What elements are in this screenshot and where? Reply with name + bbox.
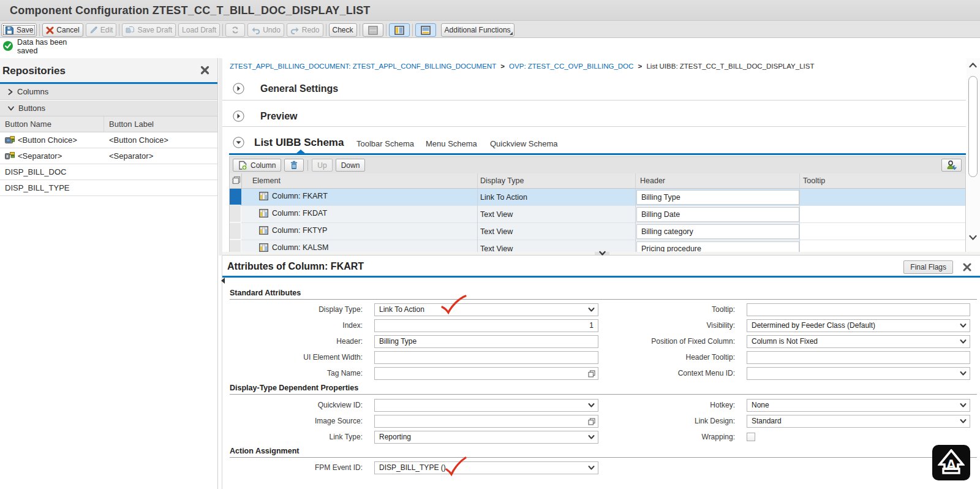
column-header-display-type[interactable]: Display Type bbox=[480, 176, 524, 185]
save-button[interactable]: Save bbox=[1, 23, 37, 37]
header-input[interactable]: Pricing procedure bbox=[636, 241, 799, 252]
index-input[interactable]: 1 bbox=[374, 319, 598, 332]
scrollbar-thumb[interactable] bbox=[968, 76, 978, 177]
repo-row-button-choice[interactable]: <Button Choice> <Button Choice> bbox=[0, 132, 217, 148]
undo-button[interactable]: Undo bbox=[247, 23, 284, 37]
layout-bottom-toggle[interactable] bbox=[415, 23, 436, 37]
repositories-close-icon[interactable] bbox=[200, 66, 209, 75]
breadcrumb-link-application[interactable]: ZTEST_APPL_BILLING_DOCUMENT: ZTEST_APPL_… bbox=[230, 63, 496, 70]
breadcrumb-current: List UIBB: ZTEST_CC_T_BILL_DOC_DISPLAY_L… bbox=[646, 63, 814, 70]
expand-preview-icon[interactable] bbox=[233, 110, 244, 122]
schema-row-fkart[interactable]: Column: FKART Link To Action Billing Typ… bbox=[230, 189, 965, 206]
additional-functions-button[interactable]: Additional Functions bbox=[441, 23, 514, 37]
row-selector[interactable] bbox=[230, 240, 241, 252]
tooltip-input[interactable] bbox=[800, 240, 966, 252]
tooltip-input[interactable] bbox=[800, 206, 966, 222]
scroll-up-icon[interactable] bbox=[969, 63, 977, 68]
value-help-icon[interactable] bbox=[588, 370, 595, 377]
save-icon bbox=[5, 26, 14, 35]
screenshot-extension-badge[interactable]: A bbox=[932, 445, 970, 480]
repo-row-separator[interactable]: <Separator> <Separator> bbox=[0, 148, 217, 164]
redo-button[interactable]: Redo bbox=[287, 23, 323, 37]
attributes-panel: Attributes of Column: FKART Final Flags … bbox=[222, 256, 980, 489]
quickview-id-select[interactable] bbox=[374, 399, 598, 412]
repo-section-columns[interactable]: Columns bbox=[0, 84, 217, 100]
header-label: Header: bbox=[230, 335, 374, 348]
scroll-down-icon[interactable] bbox=[969, 235, 977, 240]
final-flags-button[interactable]: Final Flags bbox=[903, 260, 953, 274]
delete-button[interactable] bbox=[284, 159, 304, 172]
add-column-button[interactable]: Column bbox=[233, 159, 281, 172]
move-up-button[interactable]: Up bbox=[312, 159, 332, 172]
row-selector[interactable] bbox=[230, 223, 241, 240]
row-selector[interactable] bbox=[230, 206, 241, 222]
layout-rows-icon bbox=[368, 26, 378, 35]
check-button[interactable]: Check bbox=[329, 23, 357, 37]
schema-row-kalsm[interactable]: Column: KALSM Text View Pricing procedur… bbox=[230, 240, 965, 252]
vertical-scrollbar[interactable] bbox=[967, 58, 980, 252]
tab-quickview-schema[interactable]: Quickview Schema bbox=[490, 139, 558, 148]
header-input[interactable]: Billing category bbox=[636, 224, 799, 239]
header-input[interactable]: Billing Type bbox=[374, 335, 598, 348]
value-help-icon[interactable] bbox=[588, 418, 595, 425]
move-down-button[interactable]: Down bbox=[336, 159, 366, 172]
display-type-select[interactable]: Link To Action bbox=[374, 303, 598, 316]
select-all-icon[interactable] bbox=[232, 176, 241, 185]
tab-toolbar-schema[interactable]: Toolbar Schema bbox=[356, 139, 414, 148]
context-menu-id-label: Context Menu ID: bbox=[598, 367, 747, 380]
visibility-select[interactable]: Determined by Feeder Class (Default) bbox=[747, 319, 970, 332]
repo-row-disp-bill-doc[interactable]: DISP_BILL_DOC bbox=[0, 164, 217, 180]
expand-general-settings-icon[interactable] bbox=[233, 83, 244, 94]
image-source-input[interactable] bbox=[374, 415, 598, 428]
layout-rows-toggle[interactable] bbox=[363, 23, 383, 37]
schema-row-fkdat[interactable]: Column: FKDAT Text View Billing Date bbox=[230, 206, 965, 223]
tag-name-input[interactable] bbox=[374, 367, 598, 380]
general-settings-title[interactable]: General Settings bbox=[260, 83, 338, 94]
cancel-button[interactable]: Cancel bbox=[42, 23, 83, 37]
tab-menu-schema[interactable]: Menu Schema bbox=[426, 139, 477, 148]
tooltip-input[interactable] bbox=[800, 223, 966, 240]
header-input[interactable]: Billing Type bbox=[636, 190, 799, 205]
schema-table-toolbar: Column Up Down bbox=[229, 156, 966, 173]
collapse-left-icon[interactable] bbox=[221, 278, 225, 284]
edit-pencil-icon bbox=[89, 26, 98, 34]
attributes-close-icon[interactable] bbox=[963, 263, 971, 271]
header-input[interactable]: Billing Date bbox=[636, 207, 799, 222]
load-draft-button[interactable]: Load Draft bbox=[178, 23, 220, 37]
preview-title[interactable]: Preview bbox=[260, 111, 297, 122]
personalize-button[interactable] bbox=[941, 159, 962, 172]
svg-text:A: A bbox=[946, 457, 956, 473]
repo-row-disp-bill-type[interactable]: DISP_BILL_TYPE bbox=[0, 180, 217, 196]
display-type-dependent-grid: Quickview ID: Hotkey: None Image Source:… bbox=[230, 399, 970, 444]
table-column-icon bbox=[259, 192, 268, 200]
layout-columns-toggle[interactable] bbox=[389, 23, 410, 37]
column-header-tooltip[interactable]: Tooltip bbox=[803, 176, 825, 185]
fpm-event-id-select[interactable]: DISP_BILL_TYPE () bbox=[374, 461, 598, 474]
save-draft-icon bbox=[126, 26, 135, 35]
section-display-type-dependent: Display-Type Dependent Properties bbox=[230, 384, 358, 392]
refresh-button[interactable] bbox=[225, 23, 245, 37]
preview-section: Preview bbox=[222, 100, 966, 127]
column-header-header[interactable]: Header bbox=[640, 176, 665, 185]
refresh-icon bbox=[231, 26, 239, 34]
hotkey-select[interactable]: None bbox=[747, 399, 970, 412]
link-type-label: Link Type: bbox=[230, 431, 374, 444]
repo-section-buttons[interactable]: Buttons bbox=[0, 100, 217, 116]
column-header-element[interactable]: Element bbox=[252, 176, 281, 185]
schema-row-fktyp[interactable]: Column: FKTYP Text View Billing category bbox=[230, 223, 965, 240]
row-selector[interactable] bbox=[230, 189, 241, 205]
link-type-select[interactable]: Reporting bbox=[374, 431, 598, 444]
context-menu-id-select[interactable] bbox=[747, 367, 970, 380]
header-tooltip-input[interactable] bbox=[747, 351, 970, 364]
save-draft-button[interactable]: Save Draft bbox=[122, 23, 176, 37]
collapse-list-uibb-schema-icon[interactable] bbox=[233, 137, 244, 148]
wrapping-checkbox[interactable] bbox=[747, 433, 755, 441]
breadcrumb-link-ovp[interactable]: OVP: ZTEST_CC_OVP_BILLING_DOC bbox=[509, 63, 633, 70]
link-design-select[interactable]: Standard bbox=[747, 415, 970, 428]
edit-button[interactable]: Edit bbox=[86, 23, 117, 37]
position-of-fixed-column-select[interactable]: Column is Not Fixed bbox=[747, 335, 970, 348]
tab-list-uibb-schema[interactable]: List UIBB Schema bbox=[254, 137, 344, 149]
chevron-down-icon bbox=[8, 106, 14, 111]
tooltip-input[interactable] bbox=[747, 303, 970, 316]
ui-element-width-input[interactable] bbox=[374, 351, 598, 364]
